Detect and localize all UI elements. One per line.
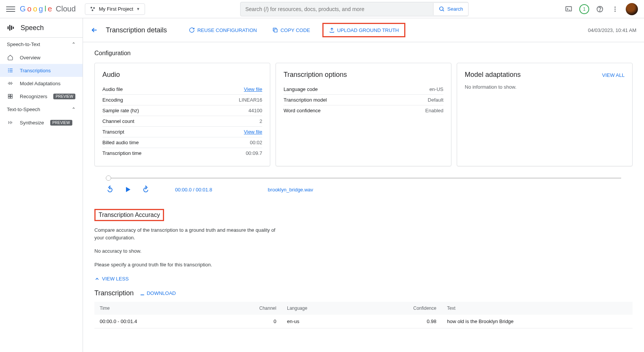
- sidebar-item-recognizers[interactable]: Recognizers PREVIEW: [0, 90, 83, 103]
- accuracy-title: Transcription Accuracy: [94, 209, 164, 221]
- svg-rect-24: [11, 82, 11, 85]
- transcription-table: TimeChannelLanguageConfidenceText 00:00.…: [94, 302, 633, 328]
- kv-row: Sample rate (hz)44100: [102, 105, 262, 116]
- svg-rect-5: [566, 6, 572, 11]
- product-name: Speech: [21, 24, 44, 32]
- svg-line-4: [443, 10, 444, 11]
- svg-rect-23: [10, 82, 10, 84]
- table-header: Text: [442, 302, 633, 315]
- upload-ground-truth-button[interactable]: UPLOAD GROUND TRUTH: [322, 23, 405, 37]
- forward-icon[interactable]: [142, 185, 150, 194]
- search-bar: Search: [240, 2, 469, 16]
- svg-rect-29: [11, 97, 13, 99]
- sidebar-item-transcriptions[interactable]: Transcriptions: [0, 64, 83, 77]
- recognizers-icon: [7, 93, 14, 100]
- svg-rect-13: [11, 26, 12, 30]
- audio-player: 00:00.0 / 00:01.8 brooklyn_bridge.wav: [94, 178, 633, 194]
- kv-value: LINEAR16: [239, 97, 262, 103]
- table-cell: how old is the Brooklyn Bridge: [442, 315, 633, 328]
- time-display: 00:00.0 / 00:01.8: [175, 187, 212, 193]
- view-file-link[interactable]: View file: [244, 86, 262, 92]
- kv-row: Billed audio time00:02: [102, 137, 262, 148]
- home-icon: [7, 54, 14, 61]
- kv-row: Transcription time00:09.7: [102, 148, 262, 158]
- svg-point-3: [440, 7, 443, 10]
- svg-rect-26: [8, 94, 10, 96]
- notifications-badge[interactable]: 1: [579, 4, 589, 14]
- kv-row: TranscriptView file: [102, 127, 262, 137]
- preview-badge: PREVIEW: [53, 94, 75, 99]
- options-card-title: Transcription options: [284, 71, 443, 79]
- chevron-up-icon: ⌃: [72, 41, 76, 47]
- download-button[interactable]: DOWNLOAD: [140, 290, 176, 296]
- more-icon[interactable]: [611, 5, 620, 14]
- search-button[interactable]: Search: [433, 3, 468, 15]
- reuse-configuration-button[interactable]: REUSE CONFIGURATION: [186, 23, 260, 37]
- view-all-link[interactable]: VIEW ALL: [602, 72, 625, 78]
- menu-icon[interactable]: [6, 5, 15, 14]
- view-file-link[interactable]: View file: [244, 129, 262, 135]
- svg-rect-28: [8, 97, 10, 99]
- transcriptions-icon: [7, 67, 14, 74]
- kv-value: 00:09.7: [246, 150, 262, 156]
- page-title: Transcription details: [106, 26, 167, 34]
- table-header: Language: [282, 302, 358, 315]
- kv-row: Language codeen-US: [284, 84, 443, 95]
- user-avatar[interactable]: [626, 3, 638, 15]
- play-icon[interactable]: [124, 186, 132, 193]
- project-picker[interactable]: My First Project ▼: [85, 3, 145, 15]
- no-info-text: No information to show.: [465, 84, 625, 90]
- kv-key: Encoding: [102, 97, 123, 103]
- sidebar-item-synthesize[interactable]: Synthesize PREVIEW: [0, 116, 83, 129]
- svg-point-2: [92, 9, 93, 11]
- kv-key: Transcription time: [102, 150, 142, 156]
- kv-row: Transcription modelDefault: [284, 95, 443, 105]
- kv-value: Default: [428, 97, 443, 103]
- svg-rect-14: [13, 27, 14, 29]
- kv-value: 00:02: [250, 140, 262, 145]
- search-input[interactable]: [241, 2, 433, 16]
- back-arrow-icon[interactable]: [91, 26, 98, 34]
- view-less-button[interactable]: VIEW LESS: [94, 276, 633, 282]
- kv-row: Channel count2: [102, 116, 262, 127]
- kv-value: Enabled: [425, 108, 443, 113]
- copy-code-button[interactable]: COPY CODE: [269, 23, 313, 37]
- seek-thumb[interactable]: [106, 175, 111, 181]
- kv-value: 44100: [249, 108, 262, 113]
- svg-rect-21: [8, 83, 8, 84]
- preview-badge: PREVIEW: [50, 120, 72, 126]
- audio-card-title: Audio: [102, 71, 262, 79]
- audio-card: Audio Audio fileView fileEncodingLINEAR1…: [94, 63, 270, 166]
- svg-rect-17: [8, 70, 9, 70]
- svg-rect-15: [8, 68, 9, 69]
- svg-point-9: [615, 8, 616, 10]
- google-cloud-logo[interactable]: GoogleCloud: [20, 5, 76, 13]
- help-icon[interactable]: [595, 5, 604, 14]
- svg-point-0: [91, 6, 92, 8]
- replay-icon[interactable]: [106, 185, 114, 194]
- sidebar-item-model-adaptations[interactable]: Model Adaptations: [0, 77, 83, 90]
- svg-rect-18: [10, 70, 13, 70]
- svg-point-8: [615, 6, 616, 8]
- page-header: Transcription details REUSE CONFIGURATIO…: [83, 18, 644, 42]
- svg-rect-19: [8, 72, 9, 72]
- nav-section-stt[interactable]: Speech-to-Text ⌃: [0, 38, 83, 51]
- svg-rect-12: [9, 25, 10, 31]
- adaptations-card: Model adaptations VIEW ALL No informatio…: [457, 63, 633, 166]
- table-cell: 0: [213, 315, 282, 328]
- svg-rect-11: [8, 26, 9, 29]
- nav-section-tts[interactable]: Text-to-Speech ⌃: [0, 103, 83, 116]
- svg-rect-16: [10, 68, 13, 69]
- search-button-label: Search: [447, 6, 463, 12]
- chevron-up-icon: ⌃: [72, 107, 76, 112]
- top-header: GoogleCloud My First Project ▼ Search 1: [0, 0, 644, 18]
- sidebar-item-overview[interactable]: Overview: [0, 51, 83, 64]
- no-accuracy-text: No accuracy to show.: [94, 247, 285, 255]
- adaptations-icon: [7, 80, 14, 87]
- options-card: Transcription options Language codeen-US…: [276, 63, 451, 166]
- transcription-title: Transcription: [94, 289, 134, 297]
- cloud-shell-icon[interactable]: [564, 5, 573, 14]
- seek-track[interactable]: [106, 178, 621, 178]
- kv-row: EncodingLINEAR16: [102, 95, 262, 105]
- svg-rect-22: [9, 82, 10, 85]
